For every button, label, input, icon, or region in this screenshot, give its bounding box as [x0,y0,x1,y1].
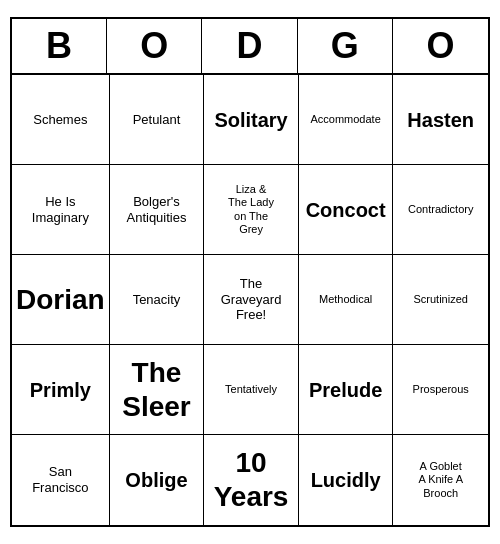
bingo-cell-11: Tenacity [110,255,205,345]
bingo-cell-20: San Francisco [12,435,110,525]
bingo-cell-9: Contradictory [393,165,488,255]
bingo-cell-16: The Sleer [110,345,205,435]
bingo-cell-15: Primly [12,345,110,435]
cell-text-23: Lucidly [311,468,381,492]
cell-text-4: Hasten [407,108,474,132]
cell-text-0: Schemes [33,112,87,128]
cell-text-11: Tenacity [133,292,181,308]
bingo-card: BODGO SchemesPetulantSolitaryAccommodate… [10,17,490,527]
bingo-cell-8: Concoct [299,165,394,255]
bingo-cell-2: Solitary [204,75,299,165]
bingo-cell-12: The Graveyard Free! [204,255,299,345]
cell-text-17: Tentatively [225,383,277,396]
bingo-cell-19: Prosperous [393,345,488,435]
bingo-cell-24: A Goblet A Knife A Brooch [393,435,488,525]
header-cell-b: B [12,19,107,73]
cell-text-20: San Francisco [32,464,88,495]
header-row: BODGO [12,19,488,75]
bingo-cell-23: Lucidly [299,435,394,525]
cell-text-13: Methodical [319,293,372,306]
bingo-cell-3: Accommodate [299,75,394,165]
bingo-cell-6: Bolger's Antiquities [110,165,205,255]
cell-text-9: Contradictory [408,203,473,216]
cell-text-16: The Sleer [122,356,191,423]
cell-text-2: Solitary [214,108,287,132]
header-cell-o: O [393,19,488,73]
cell-text-21: Oblige [125,468,187,492]
header-cell-d: D [202,19,297,73]
cell-text-3: Accommodate [310,113,380,126]
cell-text-14: Scrutinized [414,293,468,306]
bingo-cell-4: Hasten [393,75,488,165]
cell-text-8: Concoct [306,198,386,222]
cell-text-5: He Is Imaginary [32,194,89,225]
cell-text-19: Prosperous [413,383,469,396]
bingo-cell-0: Schemes [12,75,110,165]
header-cell-o: O [107,19,202,73]
cell-text-10: Dorian [16,283,105,317]
cell-text-15: Primly [30,378,91,402]
header-cell-g: G [298,19,393,73]
cell-text-1: Petulant [133,112,181,128]
cell-text-22: 10 Years [214,446,289,513]
bingo-cell-18: Prelude [299,345,394,435]
bingo-cell-22: 10 Years [204,435,299,525]
bingo-cell-21: Oblige [110,435,205,525]
cell-text-7: Liza & The Lady on The Grey [228,183,274,236]
bingo-cell-14: Scrutinized [393,255,488,345]
bingo-grid: SchemesPetulantSolitaryAccommodateHasten… [12,75,488,525]
bingo-cell-7: Liza & The Lady on The Grey [204,165,299,255]
cell-text-24: A Goblet A Knife A Brooch [418,460,463,500]
bingo-cell-5: He Is Imaginary [12,165,110,255]
bingo-cell-13: Methodical [299,255,394,345]
cell-text-6: Bolger's Antiquities [126,194,186,225]
bingo-cell-10: Dorian [12,255,110,345]
bingo-cell-1: Petulant [110,75,205,165]
cell-text-18: Prelude [309,378,382,402]
cell-text-12: The Graveyard Free! [221,276,282,323]
bingo-cell-17: Tentatively [204,345,299,435]
